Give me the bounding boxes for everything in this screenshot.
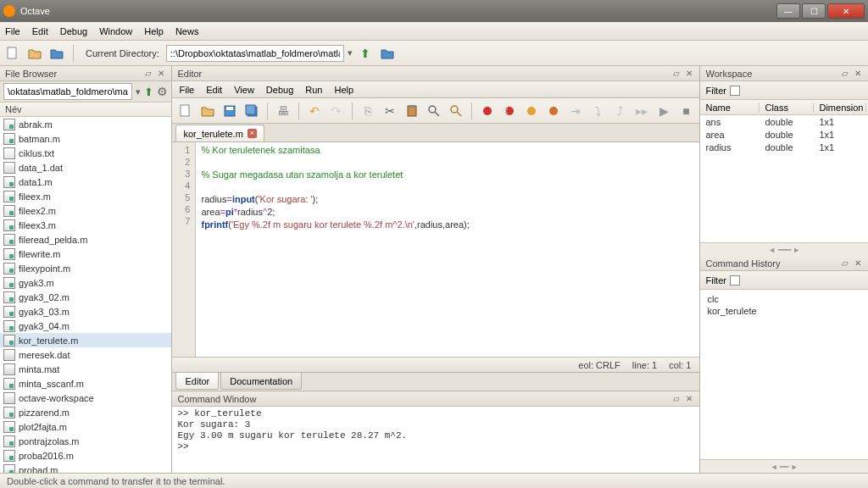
code-editor[interactable]: 1234567 % Kor teruletenek szamitasa % Su… (172, 142, 699, 357)
open-script-icon[interactable] (198, 101, 218, 121)
new-script-icon[interactable] (175, 101, 196, 121)
file-row[interactable]: octave-workspace (0, 391, 171, 405)
workspace-filter-checkbox[interactable] (730, 86, 740, 96)
gear-icon[interactable]: ⚙ (157, 85, 168, 98)
file-row[interactable]: gyak3_03.m (0, 304, 171, 319)
close-hist-icon[interactable]: ✕ (853, 258, 863, 269)
find-replace-icon[interactable] (446, 101, 466, 121)
workspace-table[interactable]: Name Class Dimension ansdouble1x1areadou… (700, 100, 868, 242)
menu-window[interactable]: Window (99, 26, 132, 36)
minimize-button[interactable]: — (776, 3, 800, 19)
file-row[interactable]: meresek.dat (0, 347, 171, 362)
file-row[interactable]: fileread_pelda.m (0, 232, 171, 247)
step-in-icon[interactable]: ⤵ (587, 101, 608, 121)
file-row[interactable]: kor_terulete.m (0, 333, 171, 347)
workspace-row[interactable]: ansdouble1x1 (700, 115, 868, 128)
step-icon[interactable]: ⇥ (565, 101, 586, 121)
editor-menu-run[interactable]: Run (305, 85, 322, 95)
file-row[interactable]: filewrite.m (0, 247, 171, 261)
ws-header-dim[interactable]: Dimension (814, 103, 866, 113)
ws-header-class[interactable]: Class (760, 103, 814, 113)
undock-icon[interactable]: ▱ (143, 69, 153, 79)
close-cmd-icon[interactable]: ✕ (684, 394, 694, 404)
maximize-button[interactable]: ☐ (802, 3, 826, 19)
file-row[interactable]: fileex2.m (0, 203, 171, 218)
paste-icon[interactable] (402, 101, 422, 121)
step-out-icon[interactable]: ⤴ (609, 101, 630, 121)
undock-cmd-icon[interactable]: ▱ (671, 394, 682, 404)
file-row[interactable]: data_1.dat (0, 160, 171, 175)
up-icon[interactable]: ⬆ (144, 86, 153, 98)
stop-icon[interactable]: ■ (676, 101, 696, 121)
file-row[interactable]: ciklus.txt (0, 146, 171, 160)
file-browser-path-input[interactable] (3, 83, 132, 100)
workspace-row[interactable]: areadouble1x1 (700, 128, 868, 141)
dropdown-icon[interactable]: ▾ (348, 47, 353, 58)
menu-news[interactable]: News (175, 26, 199, 36)
history-filter-checkbox[interactable] (730, 275, 740, 286)
file-row[interactable]: gyak3_02.m (0, 290, 171, 304)
file-row[interactable]: probad.m (0, 463, 171, 473)
browse-folder-icon[interactable] (378, 44, 397, 63)
close-editor-icon[interactable]: ✕ (684, 69, 694, 79)
tab-documentation[interactable]: Documentation (220, 373, 302, 390)
file-tab[interactable]: kor_terulete.m × (175, 125, 264, 141)
file-row[interactable]: pizzarend.m (0, 405, 171, 419)
close-pane-icon[interactable]: ✕ (156, 69, 166, 79)
menu-debug[interactable]: Debug (60, 26, 87, 36)
undock-hist-icon[interactable]: ▱ (840, 258, 850, 269)
editor-menu-file[interactable]: File (179, 85, 194, 95)
redo-icon[interactable]: ↷ (326, 101, 347, 121)
file-row[interactable]: gyak3.m (0, 275, 171, 290)
file-list[interactable]: abrak.mbatman.mciklus.txtdata_1.datdata1… (0, 117, 171, 473)
new-file-icon[interactable] (3, 44, 22, 63)
hist-scrollbar[interactable]: ◄ ━━ ► (700, 459, 868, 473)
file-row[interactable]: abrak.m (0, 117, 171, 131)
undo-icon[interactable]: ↶ (304, 101, 325, 121)
file-row[interactable]: fileex.m (0, 189, 171, 203)
find-icon[interactable] (424, 101, 444, 121)
file-row[interactable]: gyak3_04.m (0, 319, 171, 333)
editor-menu-edit[interactable]: Edit (206, 85, 222, 95)
editor-menu-view[interactable]: View (234, 85, 254, 95)
current-directory-input[interactable] (166, 45, 344, 62)
save-all-icon[interactable] (242, 101, 262, 121)
workspace-row[interactable]: radiusdouble1x1 (700, 141, 868, 153)
file-row[interactable]: data1.m (0, 175, 171, 189)
cut-icon[interactable]: ✂ (380, 101, 400, 121)
file-row[interactable]: minta.mat (0, 362, 171, 376)
command-history-list[interactable]: clckor_terulete (700, 290, 868, 459)
history-item[interactable]: kor_terulete (707, 305, 861, 317)
code-content[interactable]: % Kor teruletenek szamitasa % Sugar mega… (196, 142, 699, 357)
command-window-body[interactable]: >> kor_terulete Kor sugara: 3 Egy 3.00 m… (172, 407, 699, 473)
run-icon[interactable]: ▶ (654, 101, 674, 121)
print-icon[interactable]: 🖶 (273, 101, 293, 121)
ws-header-name[interactable]: Name (700, 103, 760, 113)
file-row[interactable]: proba2016.m (0, 448, 171, 463)
tab-close-icon[interactable]: × (248, 129, 257, 138)
path-dropdown-icon[interactable]: ▾ (136, 86, 141, 97)
editor-menu-debug[interactable]: Debug (266, 85, 293, 95)
close-ws-icon[interactable]: ✕ (853, 69, 863, 79)
menu-edit[interactable]: Edit (32, 26, 48, 36)
open-folder2-icon[interactable] (47, 44, 66, 63)
menu-file[interactable]: File (5, 26, 20, 36)
close-button[interactable]: ✕ (827, 3, 865, 19)
ws-scrollbar[interactable]: ◄ ━━━ ► (700, 242, 868, 256)
file-list-header[interactable]: Név (0, 102, 171, 117)
tab-editor[interactable]: Editor (175, 373, 219, 390)
breakpoint-next-icon[interactable] (521, 101, 542, 121)
open-folder-icon[interactable] (25, 44, 44, 63)
breakpoint-prev-icon[interactable] (499, 101, 520, 121)
breakpoint-clear-icon[interactable] (543, 101, 564, 121)
menu-help[interactable]: Help (144, 26, 164, 36)
history-item[interactable]: clc (707, 293, 861, 305)
file-row[interactable]: pontrajzolas.m (0, 434, 171, 448)
up-folder-icon[interactable]: ⬆ (356, 44, 375, 63)
file-row[interactable]: filexypoint.m (0, 261, 171, 275)
file-row[interactable]: minta_sscanf.m (0, 376, 171, 391)
editor-menu-help[interactable]: Help (334, 85, 353, 95)
undock-editor-icon[interactable]: ▱ (671, 69, 682, 79)
file-row[interactable]: fileex3.m (0, 218, 171, 232)
continue-icon[interactable]: ▸▸ (632, 101, 652, 121)
